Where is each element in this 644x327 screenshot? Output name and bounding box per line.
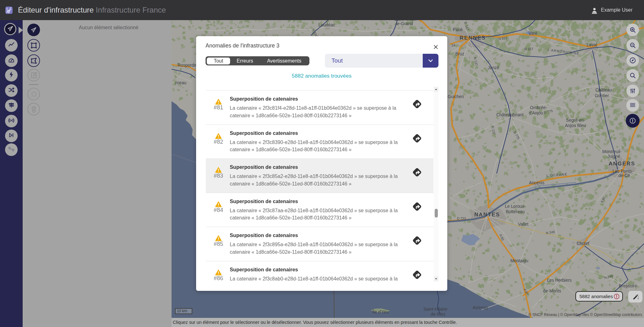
svg-text:de-Cé: de-Cé [618, 173, 630, 178]
svg-text:Pacé: Pacé [453, 27, 463, 32]
svg-text:Vallet: Vallet [518, 222, 528, 227]
svg-text:Châteaubriant: Châteaubriant [496, 113, 524, 117]
svg-text:Bottereau: Bottereau [506, 209, 525, 214]
svg-text:Saint-Méen-: Saint-Méen- [394, 20, 418, 22]
svg-text:N 157: N 157 [498, 36, 507, 41]
svg-text:NANTES: NANTES [474, 212, 500, 218]
svg-text:le-Grand: le-Grand [396, 21, 413, 26]
svg-text:Montreuil-: Montreuil- [602, 149, 621, 154]
svg-text:Guichen: Guichen [448, 94, 464, 99]
svg-text:Les Herbiers: Les Herbiers [547, 278, 572, 283]
svg-text:Laval: Laval [587, 42, 597, 47]
svg-text:Bressuire: Bressuire [619, 284, 637, 288]
svg-text:RENNES: RENNES [460, 35, 486, 41]
svg-text:Cholet: Cholet [577, 241, 589, 246]
svg-text:ANGERS: ANGERS [609, 161, 636, 167]
svg-text:Anjou Bleu: Anjou Bleu [565, 123, 586, 128]
svg-text:Juigné: Juigné [607, 154, 620, 159]
svg-text:Gontier: Gontier [595, 93, 609, 98]
svg-text:Bruz: Bruz [455, 52, 464, 56]
svg-text:Saint-Hilaire-: Saint-Hilaire- [423, 307, 449, 312]
svg-text:N 157: N 157 [524, 47, 533, 51]
svg-text:Château-: Château- [596, 88, 613, 92]
svg-text:Loudéac: Loudéac [319, 23, 335, 27]
svg-text:Le Loroux-: Le Loroux- [505, 204, 526, 209]
svg-text:Montaigu: Montaigu [511, 258, 528, 263]
svg-text:de-Riez: de-Riez [431, 312, 446, 317]
svg-text:Île d'Yeu: Île d'Yeu [372, 309, 389, 314]
svg-text:Aizenay: Aizenay [472, 305, 488, 310]
svg-text:Ancenis: Ancenis [529, 180, 544, 185]
svg-text:24: 24 [451, 43, 455, 47]
svg-text:Ombrée-: Ombrée- [530, 105, 547, 110]
svg-text:Janzé: Janzé [488, 65, 500, 70]
svg-text:de-Monts: de-Monts [543, 289, 561, 293]
svg-text:Les Ponts-: Les Ponts- [613, 169, 633, 174]
svg-text:rneau: rneau [175, 80, 186, 85]
svg-text:Vitré: Vitré [528, 31, 537, 36]
svg-text:D 723: D 723 [457, 217, 466, 220]
svg-text:Segré-en-: Segré-en- [566, 118, 585, 123]
svg-text:d'Anjou: d'Anjou [529, 111, 543, 115]
svg-text:Rosporden: Rosporden [178, 63, 199, 68]
